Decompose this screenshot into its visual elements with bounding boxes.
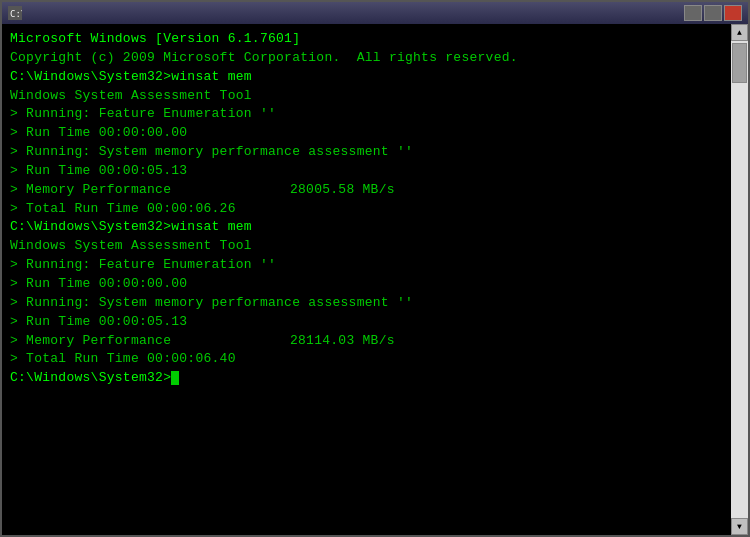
title-buttons	[684, 5, 742, 21]
terminal-line: > Memory Performance28114.03 MB/s	[10, 332, 723, 351]
cmd-window: C:\ Microsoft Windows [Version 6.1.7601]…	[0, 0, 750, 537]
terminal-line: > Memory Performance28005.58 MB/s	[10, 181, 723, 200]
terminal-line: > Run Time 00:00:00.00	[10, 275, 723, 294]
terminal-line: Copyright (c) 2009 Microsoft Corporation…	[10, 49, 723, 68]
terminal-line: > Run Time 00:00:00.00	[10, 124, 723, 143]
terminal-line: > Running: Feature Enumeration ''	[10, 105, 723, 124]
terminal-line: > Running: System memory performance ass…	[10, 143, 723, 162]
terminal-line: C:\Windows\System32>winsat mem	[10, 218, 723, 237]
terminal-line: > Run Time 00:00:05.13	[10, 313, 723, 332]
scroll-up-button[interactable]: ▲	[731, 24, 748, 41]
scroll-track[interactable]	[731, 41, 748, 518]
terminal-line: > Running: System memory performance ass…	[10, 294, 723, 313]
terminal-line: Microsoft Windows [Version 6.1.7601]	[10, 30, 723, 49]
terminal-output[interactable]: Microsoft Windows [Version 6.1.7601]Copy…	[2, 24, 731, 535]
cursor-block	[171, 371, 179, 385]
scrollbar[interactable]: ▲ ▼	[731, 24, 748, 535]
terminal-line: > Run Time 00:00:05.13	[10, 162, 723, 181]
maximize-button[interactable]	[704, 5, 722, 21]
terminal-line: C:\Windows\System32>	[10, 369, 723, 388]
minimize-button[interactable]	[684, 5, 702, 21]
terminal-line: > Total Run Time 00:00:06.26	[10, 200, 723, 219]
mem-perf-value: 28005.58 MB/s	[290, 181, 395, 200]
terminal-line: > Running: Feature Enumeration ''	[10, 256, 723, 275]
scroll-thumb[interactable]	[732, 43, 747, 83]
close-button[interactable]	[724, 5, 742, 21]
mem-perf-label: > Memory Performance	[10, 181, 290, 200]
svg-text:C:\: C:\	[10, 9, 22, 19]
terminal-line: Windows System Assessment Tool	[10, 87, 723, 106]
title-bar-left: C:\	[8, 6, 27, 20]
title-bar: C:\	[2, 2, 748, 24]
mem-perf-value: 28114.03 MB/s	[290, 332, 395, 351]
content-area: Microsoft Windows [Version 6.1.7601]Copy…	[2, 24, 748, 535]
terminal-line: Windows System Assessment Tool	[10, 237, 723, 256]
mem-perf-label: > Memory Performance	[10, 332, 290, 351]
app-icon: C:\	[8, 6, 22, 20]
terminal-line: C:\Windows\System32>winsat mem	[10, 68, 723, 87]
scroll-down-button[interactable]: ▼	[731, 518, 748, 535]
terminal-line: > Total Run Time 00:00:06.40	[10, 350, 723, 369]
